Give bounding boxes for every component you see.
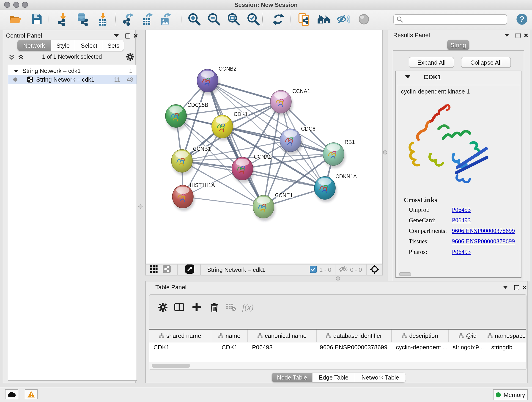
open-in-new-window-icon[interactable]: [185, 264, 194, 275]
tree-expander-icon[interactable]: [14, 70, 18, 72]
crosslink-link[interactable]: 9606.ENSP00000378699: [452, 238, 515, 245]
network-node-CCNA1[interactable]: CCNA1: [270, 88, 310, 116]
network-view-canvas[interactable]: CCNB2CCNA1CDC25BCDK1CDC6RB1CCNB1CCNA2CDK…: [145, 30, 383, 264]
results-hscrollbar-thumb[interactable]: [399, 272, 411, 276]
network-node-CCNB2[interactable]: CCNB2: [197, 66, 236, 95]
cell-canonical-name[interactable]: P06493: [248, 342, 317, 353]
table-hscrollbar-thumb[interactable]: [152, 364, 190, 368]
crosslink-link[interactable]: 9606.ENSP00000378699: [452, 227, 515, 235]
tab-string[interactable]: String: [447, 40, 469, 50]
export-network-icon[interactable]: [120, 12, 136, 27]
memory-button[interactable]: Memory: [493, 389, 528, 400]
network-row-selected[interactable]: String Network – cdk1 11 48: [8, 75, 137, 84]
column-header[interactable]: @id: [449, 330, 487, 342]
search-field[interactable]: [393, 14, 507, 25]
gene-expander-icon[interactable]: [405, 75, 411, 78]
network-graph[interactable]: CCNB2CCNA1CDC25BCDK1CDC6RB1CCNB1CCNA2CDK…: [146, 30, 382, 264]
network-node-HIST1H1A[interactable]: HIST1H1A: [172, 182, 215, 211]
zoom-selected-icon[interactable]: [246, 12, 261, 27]
save-session-icon[interactable]: [29, 12, 44, 27]
crosslink-link[interactable]: P06493: [452, 217, 471, 224]
network-edge[interactable]: [183, 197, 264, 207]
tab-network-table[interactable]: Network Table: [355, 373, 405, 382]
hide-panels-eye-icon[interactable]: [336, 12, 351, 27]
network-node-CDK1[interactable]: CDK1: [212, 111, 248, 141]
create-column-plus-icon[interactable]: [190, 300, 203, 314]
table-panel-close-icon[interactable]: ✕: [521, 284, 528, 291]
network-edge[interactable]: [208, 81, 264, 207]
share-documents-icon[interactable]: [297, 12, 312, 27]
export-image-icon[interactable]: [158, 12, 173, 27]
column-header[interactable]: namespace: [487, 330, 526, 342]
table-gear-icon[interactable]: [156, 300, 170, 314]
table-panel-float-icon[interactable]: [513, 284, 520, 291]
import-table-file-icon[interactable]: [95, 12, 110, 27]
grid-view-icon[interactable]: [150, 265, 158, 274]
show-columns-icon[interactable]: [172, 300, 186, 314]
import-network-file-icon[interactable]: [55, 12, 70, 27]
column-header[interactable]: database identifier: [317, 330, 392, 342]
column-header[interactable]: canonical name: [248, 330, 317, 342]
results-panel-close-icon[interactable]: ✕: [523, 32, 529, 38]
network-node-CCNB1[interactable]: CCNB1: [171, 146, 211, 175]
network-collection-row[interactable]: String Network – cdk1 1: [8, 66, 137, 75]
warnings-button[interactable]: [25, 389, 38, 399]
cell-name[interactable]: CDK1: [211, 342, 248, 353]
crosslink-link[interactable]: P06493: [452, 206, 471, 214]
refresh-icon[interactable]: [270, 12, 286, 27]
collapse-all-button[interactable]: Collapse All: [461, 57, 511, 68]
birdseye-crosshair-icon[interactable]: [370, 264, 380, 275]
selected-checkbox-icon[interactable]: [310, 266, 317, 274]
zoom-in-icon[interactable]: [186, 12, 202, 27]
column-header[interactable]: name: [211, 330, 248, 342]
import-network-database-icon[interactable]: [75, 12, 90, 27]
expand-all-button[interactable]: Expand All: [409, 57, 454, 68]
network-options-gear-icon[interactable]: [126, 53, 134, 62]
help-icon[interactable]: ?: [514, 12, 530, 27]
network-node-CDKN1A[interactable]: CDKN1A: [314, 173, 357, 202]
gene-section: CDK1 cyclin-dependent kinase 1: [395, 70, 521, 278]
tab-sets[interactable]: Sets: [103, 40, 124, 51]
network-node-CDC25B[interactable]: CDC25B: [165, 102, 208, 130]
control-panel-close-icon[interactable]: ✕: [133, 32, 139, 39]
tab-network[interactable]: Network: [17, 40, 51, 51]
column-type-icon: [326, 333, 331, 338]
export-table-icon[interactable]: [139, 12, 155, 27]
splitter-grip[interactable]: [383, 150, 387, 154]
network-edge[interactable]: [242, 169, 325, 188]
network-node-RB1[interactable]: RB1: [323, 139, 355, 168]
cell-id[interactable]: stringdb:9...: [449, 342, 487, 353]
splitter-grip[interactable]: [336, 276, 340, 281]
home-pages-icon[interactable]: [316, 12, 332, 27]
tab-node-table[interactable]: Node Table: [272, 373, 313, 382]
delete-column-trash-icon[interactable]: [207, 300, 221, 314]
zoom-out-icon[interactable]: [206, 12, 222, 27]
control-panel-menu-icon[interactable]: [113, 32, 120, 39]
cell-description[interactable]: cyclin-dependent ...: [392, 342, 449, 353]
column-header[interactable]: description: [392, 330, 449, 342]
tab-select[interactable]: Select: [75, 40, 103, 51]
cloud-button[interactable]: [5, 389, 18, 399]
network-share-view-icon[interactable]: [163, 265, 171, 274]
expand-all-chevron-icon[interactable]: [18, 54, 24, 61]
zoom-fit-icon[interactable]: [226, 12, 241, 27]
search-input[interactable]: [403, 16, 507, 23]
results-panel-float-icon[interactable]: [515, 32, 521, 38]
table-panel-menu-icon[interactable]: [502, 284, 509, 291]
column-header[interactable]: shared name: [149, 330, 211, 342]
results-panel-menu-icon[interactable]: [504, 32, 510, 38]
network-node-CCNE1[interactable]: CCNE1: [253, 192, 293, 221]
splitter-grip[interactable]: [138, 204, 143, 209]
control-panel-float-icon[interactable]: [124, 32, 131, 39]
tab-style[interactable]: Style: [51, 40, 75, 51]
open-session-icon[interactable]: [7, 12, 23, 27]
collapse-all-chevron-icon[interactable]: [9, 54, 15, 61]
crosslink-link[interactable]: P06493: [452, 249, 471, 256]
cell-namespace[interactable]: stringdb: [487, 342, 526, 353]
table-row[interactable]: CDK1 CDK1 P06493 9606.ENSP00000378699 cy…: [149, 342, 526, 353]
tab-edge-table[interactable]: Edge Table: [313, 373, 355, 382]
table-hscrollbar[interactable]: [149, 362, 526, 370]
cell-database-identifier[interactable]: 9606.ENSP00000378699: [317, 342, 392, 353]
cell-shared-name[interactable]: CDK1: [149, 342, 211, 353]
network-node-label: CCNA1: [292, 88, 310, 94]
